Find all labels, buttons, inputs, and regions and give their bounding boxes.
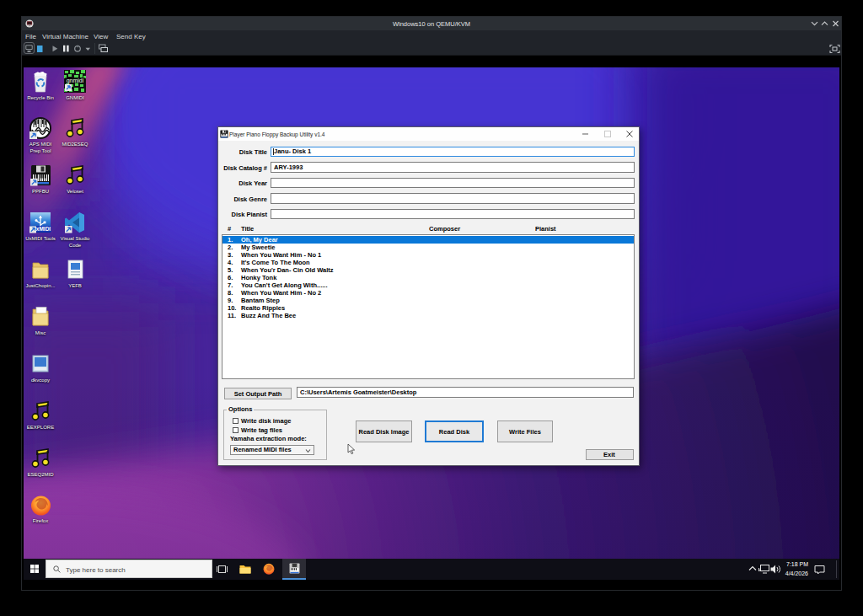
svg-text:gnmidi: gnmidi bbox=[67, 78, 84, 84]
